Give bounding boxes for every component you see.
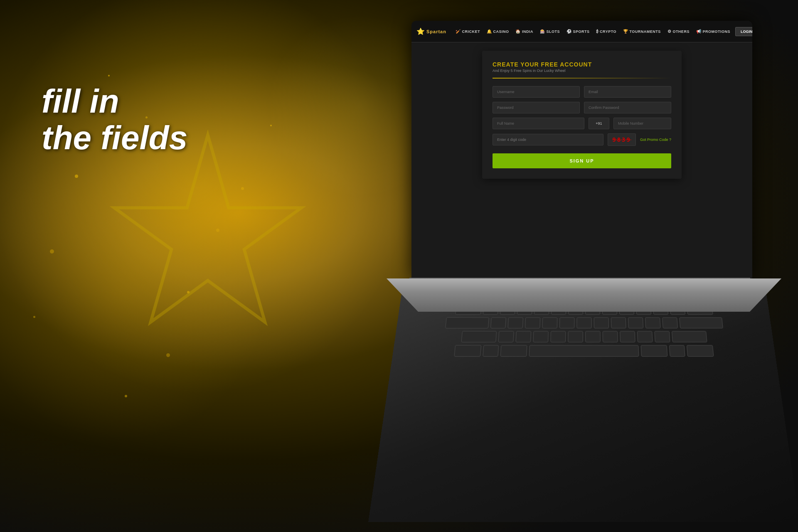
- key: [669, 345, 685, 357]
- confirm-password-input[interactable]: [584, 102, 671, 113]
- fullname-input[interactable]: [493, 118, 584, 129]
- key: [525, 317, 540, 328]
- key-space: [529, 345, 639, 357]
- logo-area: ⭐ Spartan: [416, 27, 446, 35]
- key: [559, 317, 574, 328]
- tournaments-icon: 🏆: [623, 29, 628, 34]
- mobile-input[interactable]: [613, 118, 671, 129]
- nav-item-casino-label: CASINO: [493, 30, 509, 34]
- hero-text-line1: fill in: [42, 83, 187, 120]
- navbar: ⭐ Spartan 🏏 CRICKET 🔔 CASINO 🏠 INDIA: [411, 21, 752, 42]
- key: [585, 331, 601, 342]
- key: [533, 331, 548, 342]
- login-button[interactable]: LOGIN: [735, 27, 752, 36]
- hero-text-line2: the fields: [42, 120, 187, 156]
- nav-item-promotions[interactable]: 📢 PROMOTIONS: [694, 27, 733, 35]
- hero-text: fill in the fields: [42, 83, 187, 156]
- key: [498, 331, 514, 342]
- logo-star-icon: ⭐: [416, 27, 425, 35]
- key-caps: [445, 317, 489, 328]
- svg-marker-0: [114, 135, 301, 322]
- key: [637, 331, 653, 342]
- captcha-row: 9839 Got Promo Code ?: [493, 133, 671, 146]
- email-input[interactable]: [584, 86, 671, 98]
- others-icon: ⚙: [667, 29, 672, 34]
- form-divider: [493, 78, 671, 79]
- nav-item-india-label: INDIA: [522, 30, 533, 34]
- nav-item-others[interactable]: ⚙ OtheRS: [665, 27, 692, 35]
- sports-icon: ⚽: [566, 29, 572, 34]
- captcha-code: 9839: [608, 133, 636, 146]
- nav-item-india[interactable]: 🏠 INDIA: [513, 27, 536, 35]
- key: [645, 317, 660, 328]
- key-ctrl-right: [687, 345, 714, 357]
- phone-group: +91: [589, 118, 671, 129]
- laptop-screen: ⭐ Spartan 🏏 CRICKET 🔔 CASINO 🏠 INDIA: [411, 21, 752, 278]
- form-row-2: [493, 102, 671, 113]
- promotions-icon: 📢: [696, 29, 702, 34]
- nav-item-promotions-label: PROMOTIONS: [702, 30, 730, 34]
- nav-item-tournaments-label: TOURNAMENTS: [630, 30, 661, 34]
- main-content: CREATE YOUR FREE ACCOUNT And Enjoy 5 Fre…: [411, 42, 752, 278]
- slots-icon: 🎰: [540, 29, 545, 34]
- key: [550, 331, 566, 342]
- form-title-end: ACCOUNT: [560, 61, 592, 68]
- key: [576, 317, 591, 328]
- form-title: CREATE YOUR FREE ACCOUNT: [493, 61, 671, 68]
- nav-item-others-label: OtheRS: [672, 30, 690, 34]
- nav-item-casino[interactable]: 🔔 CASINO: [484, 27, 512, 35]
- username-input[interactable]: [493, 86, 580, 98]
- key: [483, 345, 499, 357]
- nav-item-slots[interactable]: 🎰 SLOTS: [537, 27, 562, 35]
- nav-item-cricket-label: CRICKET: [462, 30, 480, 34]
- key: [515, 331, 531, 342]
- nav-buttons: LOGIN JOIN NOW 🇬🇧: [735, 25, 752, 38]
- key: [594, 317, 608, 328]
- nav-item-sports-label: SPORTS: [573, 30, 590, 34]
- laptop: ⭐ Spartan 🏏 CRICKET 🔔 CASINO 🏠 INDIA: [387, 8, 798, 466]
- form-title-highlight: FREE: [541, 61, 558, 68]
- key-shift-right: [671, 331, 707, 342]
- nav-item-crypto-label: CRYPTO: [600, 30, 616, 34]
- key: [628, 317, 643, 328]
- form-row-3: +91: [493, 118, 671, 129]
- promo-code-link[interactable]: Got Promo Code ?: [640, 138, 671, 142]
- signup-button[interactable]: SIGN UP: [493, 153, 671, 168]
- password-input[interactable]: [493, 102, 580, 113]
- nav-item-crypto[interactable]: ₿ CRYPTO: [594, 27, 619, 35]
- key-alt: [500, 345, 527, 357]
- key: [542, 317, 557, 328]
- nav-item-slots-label: SLOTS: [546, 30, 560, 34]
- key-ctrl: [454, 345, 481, 357]
- key: [507, 317, 523, 328]
- screen-content: ⭐ Spartan 🏏 CRICKET 🔔 CASINO 🏠 INDIA: [411, 21, 752, 278]
- key: [620, 331, 635, 342]
- laptop-body: [387, 278, 781, 312]
- cricket-icon: 🏏: [456, 29, 461, 34]
- form-subtitle: And Enjoy 5 Free Spins in Our Lucky Whee…: [493, 69, 671, 73]
- key-shift-left: [461, 331, 497, 342]
- key: [602, 331, 618, 342]
- nav-item-cricket[interactable]: 🏏 CRICKET: [453, 27, 483, 35]
- form-row-1: [493, 86, 671, 98]
- phone-prefix: +91: [589, 118, 609, 129]
- key: [490, 317, 506, 328]
- key-enter: [679, 317, 723, 328]
- nav-item-sports[interactable]: ⚽ SPORTS: [564, 27, 592, 35]
- registration-form: CREATE YOUR FREE ACCOUNT And Enjoy 5 Fre…: [482, 51, 682, 179]
- key: [611, 317, 626, 328]
- key-alt-right: [641, 345, 668, 357]
- casino-icon: 🔔: [487, 29, 492, 34]
- nav-item-tournaments[interactable]: 🏆 TOURNAMENTS: [621, 27, 663, 35]
- captcha-input[interactable]: [493, 134, 603, 145]
- crypto-icon: ₿: [596, 29, 599, 34]
- key: [654, 331, 670, 342]
- nav-items: 🏏 CRICKET 🔔 CASINO 🏠 INDIA 🎰 SLOTS: [453, 27, 733, 35]
- key: [568, 331, 583, 342]
- india-icon: 🏠: [515, 29, 521, 34]
- logo-text: Spartan: [426, 29, 446, 34]
- key: [662, 317, 678, 328]
- form-title-static: CREATE YOUR: [493, 61, 541, 68]
- laptop-keyboard: [368, 283, 798, 522]
